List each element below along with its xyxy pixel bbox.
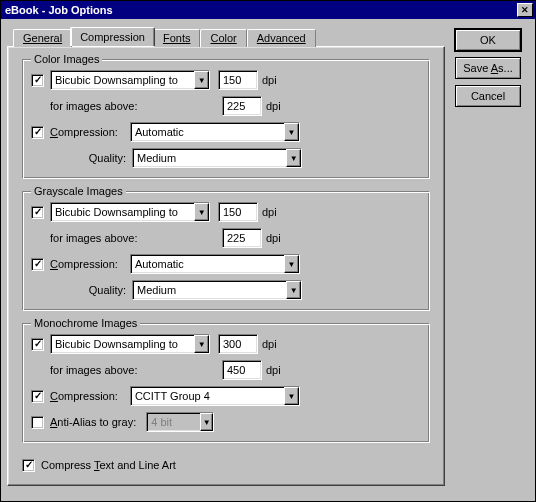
mono-antialias-value	[147, 413, 200, 431]
dpi-label: dpi	[262, 338, 277, 350]
dropdown-arrow-icon: ▼	[194, 335, 209, 353]
color-compression-checkbox[interactable]	[31, 126, 44, 139]
cancel-button[interactable]: Cancel	[455, 85, 521, 107]
dropdown-arrow-icon: ▼	[284, 387, 299, 405]
dropdown-arrow-icon: ▼	[286, 281, 301, 299]
color-quality-value[interactable]	[133, 149, 286, 167]
color-quality-combo[interactable]: ▼	[132, 148, 302, 168]
gray-compression-value[interactable]	[131, 255, 284, 273]
dropdown-arrow-icon: ▼	[284, 123, 299, 141]
group-color-images: Color Images ▼ dpi for images above:	[22, 59, 430, 179]
client-area: General Compression Fonts Color Advanced…	[1, 19, 535, 501]
dialog-window: eBook - Job Options ✕ General Compressio…	[0, 0, 536, 502]
group-monochrome-images: Monochrome Images ▼ dpi for images above…	[22, 323, 430, 443]
mono-above-input[interactable]	[222, 360, 262, 380]
antialias-label: Anti-Alias to gray:	[50, 416, 136, 428]
gray-dpi-input[interactable]	[218, 202, 258, 222]
mono-downsample-method-combo[interactable]: ▼	[50, 334, 210, 354]
mono-downsample-checkbox[interactable]	[31, 338, 44, 351]
group-title: Color Images	[31, 53, 102, 65]
mono-antialias-checkbox[interactable]	[31, 416, 44, 429]
dropdown-arrow-icon: ▼	[284, 255, 299, 273]
compression-label: Compression:	[50, 390, 118, 402]
tab-color[interactable]: Color	[200, 29, 246, 47]
color-dpi-input[interactable]	[218, 70, 258, 90]
above-label: for images above:	[50, 232, 180, 244]
close-button[interactable]: ✕	[517, 3, 533, 17]
gray-downsample-checkbox[interactable]	[31, 206, 44, 219]
tab-page-compression: Color Images ▼ dpi for images above:	[7, 46, 445, 486]
gray-quality-combo[interactable]: ▼	[132, 280, 302, 300]
dialog-buttons: OK Save As... Cancel	[455, 27, 525, 491]
titlebar: eBook - Job Options ✕	[1, 1, 535, 19]
group-title: Monochrome Images	[31, 317, 140, 329]
tab-fonts[interactable]: Fonts	[153, 29, 201, 47]
quality-label: Quality:	[50, 152, 126, 164]
color-downsample-method-combo[interactable]: ▼	[50, 70, 210, 90]
above-label: for images above:	[50, 100, 180, 112]
compress-text-lineart-label: Compress Text and Line Art	[41, 459, 176, 471]
tab-compression[interactable]: Compression	[70, 27, 155, 46]
color-downsample-checkbox[interactable]	[31, 74, 44, 87]
dpi-label: dpi	[262, 74, 277, 86]
mono-compression-combo[interactable]: ▼	[130, 386, 300, 406]
tab-bar: General Compression Fonts Color Advanced	[13, 27, 445, 46]
gray-downsample-method-value[interactable]	[51, 203, 194, 221]
mono-compression-checkbox[interactable]	[31, 390, 44, 403]
color-downsample-method-value[interactable]	[51, 71, 194, 89]
gray-quality-value[interactable]	[133, 281, 286, 299]
quality-label: Quality:	[50, 284, 126, 296]
group-title: Grayscale Images	[31, 185, 126, 197]
gray-downsample-method-combo[interactable]: ▼	[50, 202, 210, 222]
gray-above-input[interactable]	[222, 228, 262, 248]
save-as-button[interactable]: Save As...	[455, 57, 521, 79]
dpi-label: dpi	[262, 206, 277, 218]
dpi-label: dpi	[266, 364, 281, 376]
close-icon: ✕	[521, 5, 529, 15]
dpi-label: dpi	[266, 100, 281, 112]
dropdown-arrow-icon: ▼	[200, 413, 213, 431]
ok-button[interactable]: OK	[455, 29, 521, 51]
dropdown-arrow-icon: ▼	[194, 71, 209, 89]
mono-antialias-combo: ▼	[146, 412, 214, 432]
group-grayscale-images: Grayscale Images ▼ dpi for images above:	[22, 191, 430, 311]
gray-compression-checkbox[interactable]	[31, 258, 44, 271]
tab-area: General Compression Fonts Color Advanced…	[7, 27, 445, 491]
compress-text-lineart-checkbox[interactable]	[22, 459, 35, 472]
mono-compression-value[interactable]	[131, 387, 284, 405]
compression-label: Compression:	[50, 258, 118, 270]
compression-label: Compression:	[50, 126, 118, 138]
tab-general[interactable]: General	[13, 29, 72, 47]
color-compression-value[interactable]	[131, 123, 284, 141]
mono-dpi-input[interactable]	[218, 334, 258, 354]
mono-downsample-method-value[interactable]	[51, 335, 194, 353]
color-above-input[interactable]	[222, 96, 262, 116]
dpi-label: dpi	[266, 232, 281, 244]
window-title: eBook - Job Options	[5, 4, 517, 16]
color-compression-combo[interactable]: ▼	[130, 122, 300, 142]
above-label: for images above:	[50, 364, 180, 376]
gray-compression-combo[interactable]: ▼	[130, 254, 300, 274]
tab-advanced[interactable]: Advanced	[247, 29, 316, 47]
dropdown-arrow-icon: ▼	[194, 203, 209, 221]
dropdown-arrow-icon: ▼	[286, 149, 301, 167]
